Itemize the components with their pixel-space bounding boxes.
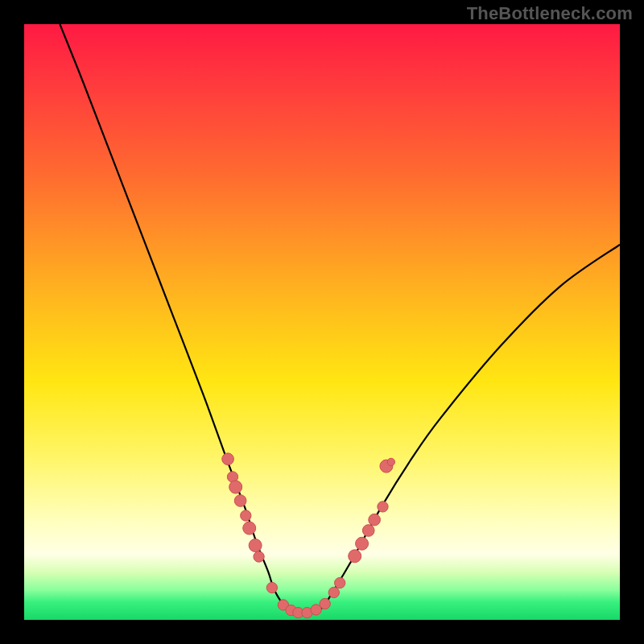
data-marker [320,598,330,609]
data-marker [241,510,251,521]
data-marker [328,587,339,597]
data-marker [349,550,361,563]
data-marker [249,539,262,552]
data-marker [369,514,381,526]
data-marker [387,458,394,465]
chart-container: TheBottleneck.com [0,0,644,644]
data-marker [234,495,246,507]
data-marker [222,453,234,465]
data-marker [266,582,277,592]
brand-watermark: TheBottleneck.com [467,3,633,24]
data-marker [229,481,242,493]
data-marker [254,551,264,562]
data-marker [335,577,345,588]
data-marker [378,502,388,512]
data-marker [362,525,374,537]
chart-svg [24,24,620,620]
data-marker [243,522,256,535]
marker-group [222,453,395,618]
bottleneck-curve [60,24,620,615]
plot-area [24,24,620,620]
data-marker [356,537,369,550]
